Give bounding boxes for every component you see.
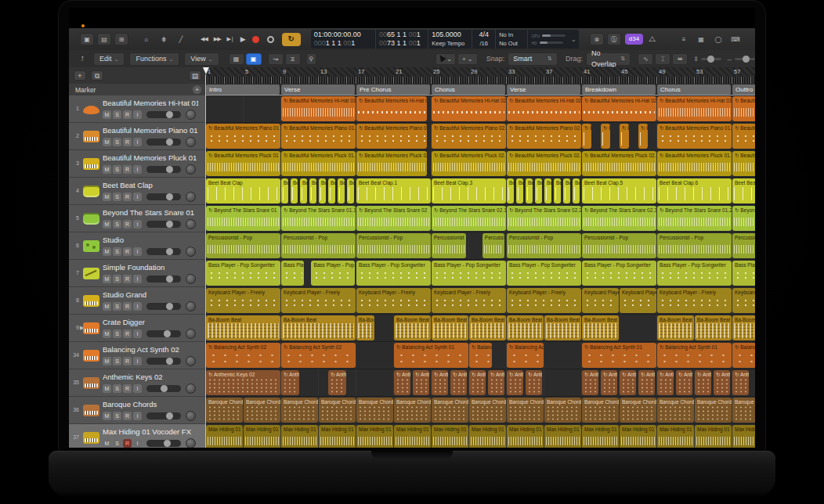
- region[interactable]: Baroque Chords: [732, 398, 755, 423]
- browsers-icon[interactable]: ▦: [694, 33, 708, 45]
- pan-knob[interactable]: [186, 137, 196, 147]
- track-lane[interactable]: ↻ Balancing Act Synth 02↻ Balancing Act …: [205, 342, 755, 369]
- region[interactable]: ↻ Balancing Act Synth 01: [507, 343, 544, 368]
- horizontal-zoom-slider[interactable]: ↔: [726, 56, 755, 63]
- lcd-display[interactable]: 01:00:00:00.00 0001 1 1 001 0065 1 1 001…: [311, 30, 579, 49]
- region[interactable]: Max Hiding 01 V: [356, 425, 393, 448]
- region[interactable]: Baroque Chords: [507, 398, 544, 423]
- vertical-zoom-slider[interactable]: ⇕: [693, 56, 721, 63]
- cycle-area[interactable]: [205, 67, 755, 77]
- region[interactable]: ↻ Anthemic Keys 02: [526, 370, 542, 395]
- region[interactable]: Percussionist - Pop: [507, 233, 581, 258]
- region[interactable]: Keyboard Player - Freely: [206, 288, 280, 313]
- track-header[interactable]: 4Beet Beat ClapMSRI: [69, 178, 205, 205]
- region[interactable]: Ba-Boom Beat: [356, 315, 374, 340]
- region[interactable]: ↻ Beautiful Memories Hi-Hat 03.1: [281, 96, 356, 121]
- guitar-icon[interactable]: [83, 268, 99, 279]
- region[interactable]: ↻ Beautiful Memories Piano 02.1: [432, 124, 506, 149]
- track-header[interactable]: 5Beyond The Stars Snare 01MSRI: [69, 205, 205, 232]
- region[interactable]: Max Hiding 01 V: [206, 425, 243, 448]
- arrangement-marker[interactable]: Outtro: [732, 85, 755, 95]
- track-name[interactable]: Max Hiding 01 Vocoder FX: [103, 427, 198, 436]
- volume-slider[interactable]: [146, 111, 181, 118]
- input-monitor-button[interactable]: I: [133, 384, 142, 393]
- track-lane[interactable]: ↻ Anthemic Keys 02↻ Anthemic Keys 02↻ An…: [205, 369, 755, 397]
- mute-button[interactable]: M: [103, 412, 111, 420]
- fast-forward-button[interactable]: ▶▶: [214, 36, 221, 42]
- input-monitor-button[interactable]: I: [133, 412, 142, 420]
- region[interactable]: ↻ Beyond The Stars Snare 02: [356, 206, 431, 231]
- editors-icon[interactable]: ╱: [174, 33, 188, 45]
- midi-keyboard-icon[interactable]: ⌨: [728, 33, 743, 45]
- region[interactable]: Beet Beat Clap: [516, 178, 523, 203]
- record-enable-button[interactable]: R: [123, 329, 132, 338]
- region[interactable]: Baroque Chords: [657, 398, 694, 423]
- region[interactable]: Max Hiding 01 V: [582, 425, 619, 448]
- region[interactable]: ↻ Beautiful Memories Pluck 01.3: [732, 151, 755, 176]
- region[interactable]: ↻ Anthemic Keys 02: [657, 370, 674, 395]
- solo-button[interactable]: S: [113, 110, 121, 119]
- track-name[interactable]: Studio: [103, 236, 198, 244]
- pan-knob[interactable]: [186, 164, 196, 175]
- region[interactable]: ↻ Beyond The Stars Snare 01.1: [281, 206, 356, 231]
- track-header[interactable]: 9▶Crate DiggerMSRI: [69, 315, 205, 342]
- region[interactable]: ↻ Beyond The Stars Snare 01: [206, 206, 280, 231]
- edit-menu[interactable]: Edit⌄: [93, 52, 125, 66]
- record-enable-button[interactable]: R: [123, 138, 132, 146]
- region[interactable]: Max Hiding 01 V: [695, 425, 732, 448]
- record-enable-button[interactable]: R: [123, 110, 132, 119]
- region[interactable]: Beet Beat Clap: [328, 178, 335, 203]
- synth-icon[interactable]: [83, 350, 99, 362]
- toolbar-toggle-button[interactable]: ⊞: [114, 33, 128, 45]
- region[interactable]: Bass Player - Pop Songwriter: [311, 261, 355, 286]
- region[interactable]: Baroque Chords: [206, 398, 243, 423]
- solo-button[interactable]: S: [113, 247, 121, 256]
- volume-slider[interactable]: [146, 275, 181, 283]
- piano-icon[interactable]: [83, 158, 99, 170]
- volume-slider[interactable]: [146, 440, 181, 447]
- region[interactable]: ↻ Anthemic Keys 02: [695, 370, 711, 395]
- solo-button[interactable]: S: [113, 220, 121, 229]
- region[interactable]: Beet Beat Clap.5: [582, 178, 656, 203]
- record-enable-button[interactable]: R: [123, 247, 132, 256]
- track-name[interactable]: Beautiful Memories Pluck 01: [103, 153, 198, 162]
- region[interactable]: Beet Beat Clap.6: [657, 178, 732, 203]
- region[interactable]: Max Hiding 01 V: [732, 425, 755, 448]
- region[interactable]: Percussionist - Pop: [356, 233, 431, 258]
- region[interactable]: ↻ Anthemic Keys 02: [714, 370, 730, 395]
- region[interactable]: ↻ Beautiful Memories Piano 02.2: [507, 124, 581, 149]
- region[interactable]: ↻ Beautiful Memories Hi-Hat 02.3: [582, 96, 656, 121]
- region[interactable]: Ba-Boom Beat: [507, 315, 544, 340]
- region[interactable]: Ba-Boom Beat: [394, 315, 431, 340]
- grid-view-icon[interactable]: ▦: [229, 53, 244, 65]
- region[interactable]: ↻ Balancing Act Synth 02: [281, 343, 356, 368]
- input-monitor-button[interactable]: I: [133, 138, 142, 146]
- track-header[interactable]: 34Balancing Act Synth 02MSRI: [69, 342, 205, 369]
- region[interactable]: Baroque Chords: [281, 398, 318, 423]
- add-marker-button[interactable]: +: [193, 85, 201, 94]
- region[interactable]: ↻ Beautiful Memories Piano 02: [356, 124, 427, 149]
- flex-icon[interactable]: ⧖: [285, 53, 301, 65]
- region[interactable]: Percussionist - Pop: [281, 233, 356, 258]
- input-monitor-button[interactable]: I: [133, 193, 142, 201]
- pan-knob[interactable]: [186, 274, 196, 284]
- track-header[interactable]: 35Anthemic Keys 02MSRI: [69, 369, 205, 397]
- track-lane[interactable]: Ba-Boom BeatBa-Boom BeatBa-Boom BeatBa-B…: [205, 315, 755, 342]
- region[interactable]: ↻ Anthemic Keys 02: [676, 370, 692, 395]
- waveform-zoom-icon[interactable]: ∿: [638, 53, 653, 65]
- volume-slider[interactable]: [146, 193, 181, 200]
- grand-piano-icon[interactable]: [83, 295, 99, 307]
- pan-knob[interactable]: [186, 383, 196, 394]
- track-lane[interactable]: Max Hiding 01 VMax Hiding 01 VMax Hiding…: [205, 424, 755, 448]
- input-monitor-button[interactable]: I: [133, 302, 142, 311]
- region[interactable]: ↻ Anthemic Keys 02: [394, 370, 410, 395]
- pan-knob[interactable]: [186, 329, 196, 339]
- region[interactable]: Percussionist - Pop: [432, 233, 466, 258]
- horizontal-auto-zoom-icon[interactable]: ⇹: [672, 53, 688, 65]
- record-enable-button[interactable]: R: [123, 302, 132, 311]
- record-enable-button[interactable]: R: [123, 193, 132, 201]
- input-monitor-button[interactable]: I: [133, 275, 142, 283]
- region[interactable]: ↻ Beautiful Memories Piano 02.5: [620, 124, 629, 149]
- region[interactable]: Beet Beat Clap: [206, 178, 280, 203]
- pointer-tool-menu[interactable]: ⌄: [435, 53, 456, 65]
